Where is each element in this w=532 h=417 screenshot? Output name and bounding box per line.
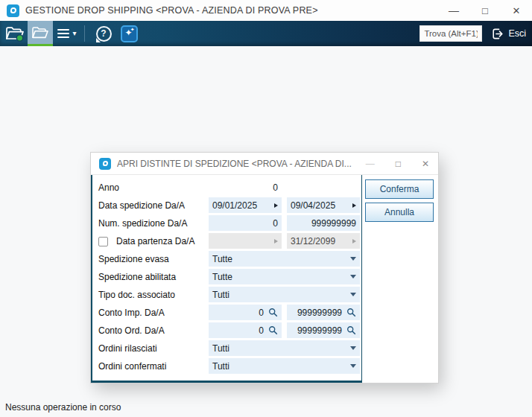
dialog-close-button[interactable]: ✕ bbox=[422, 159, 429, 169]
row-data-spedizione: Data spedizione Da/A 09/01/2025 09/04/20… bbox=[92, 197, 361, 214]
spedizione-evasa-value: Tutte bbox=[212, 254, 232, 264]
conto-ord-label: Conto Ord. Da/A bbox=[98, 325, 165, 336]
data-spedizione-from-field[interactable]: 09/01/2025 bbox=[209, 197, 282, 213]
spedizione-abilitata-label: Spedizione abilitata bbox=[98, 272, 176, 282]
sparkle-small: ✦ bbox=[130, 27, 135, 32]
dialog-logo-icon bbox=[99, 158, 111, 170]
dialog-title: APRI DISTINTE DI SPEDIZIONE <PROVA - AZI… bbox=[117, 159, 366, 169]
status-text: Nessuna operazione in corso bbox=[5, 402, 121, 413]
magnifier-icon[interactable] bbox=[268, 325, 278, 335]
close-button[interactable]: ✕ bbox=[501, 0, 532, 21]
data-spedizione-to-value: 09/04/2025 bbox=[291, 200, 335, 211]
anno-value: 0 bbox=[273, 182, 278, 193]
app-logo-icon bbox=[7, 4, 19, 17]
dropdown-caret-icon bbox=[350, 257, 356, 261]
conto-imp-from-field[interactable]: 0 bbox=[209, 305, 282, 320]
conto-ord-from-value: 0 bbox=[259, 325, 264, 336]
data-spedizione-from-value: 09/01/2025 bbox=[212, 200, 257, 211]
conto-imp-from-value: 0 bbox=[259, 308, 264, 318]
find-input[interactable] bbox=[419, 25, 482, 42]
minimize-button[interactable]: — bbox=[438, 0, 469, 21]
row-tipo-doc: Tipo doc. associato Tutti bbox=[92, 286, 361, 304]
data-partenza-checkbox[interactable] bbox=[98, 237, 108, 246]
ai-assistant-button[interactable]: ✦ ✦ bbox=[116, 21, 142, 46]
spedizione-evasa-dropdown[interactable]: Tutte bbox=[209, 251, 360, 267]
balloon-tail bbox=[96, 38, 101, 42]
calendar-arrow-icon bbox=[352, 239, 356, 243]
num-spedizione-label: Num. spedizione Da/A bbox=[98, 218, 187, 229]
row-conto-ord: Conto Ord. Da/A 0 999999999 bbox=[92, 322, 361, 340]
tipo-doc-dropdown[interactable]: Tutti bbox=[209, 287, 360, 302]
help-glyph: ? bbox=[101, 28, 106, 39]
sparkle-icon: ✦ ✦ bbox=[121, 25, 138, 42]
cancel-button[interactable]: Annulla bbox=[365, 203, 434, 222]
exit-icon bbox=[490, 27, 504, 41]
ordini-rilasciati-value: Tutti bbox=[212, 343, 229, 354]
spedizione-abilitata-dropdown[interactable]: Tutte bbox=[209, 269, 360, 284]
dialog-button-panel: Conferma Annulla bbox=[362, 175, 438, 383]
anno-field[interactable]: 0 bbox=[209, 179, 282, 195]
main-menu-button[interactable]: ▾ bbox=[53, 21, 81, 46]
num-spedizione-from-field[interactable]: 0 bbox=[209, 215, 282, 231]
exit-button[interactable]: Esci bbox=[490, 27, 526, 41]
exit-label: Esci bbox=[508, 28, 526, 39]
conto-ord-from-field[interactable]: 0 bbox=[209, 322, 282, 338]
conto-ord-to-field[interactable]: 999999999 bbox=[287, 322, 360, 338]
calendar-arrow-icon[interactable] bbox=[352, 203, 356, 208]
open-list-button-selected[interactable] bbox=[28, 21, 53, 46]
conto-imp-to-field[interactable]: 999999999 bbox=[287, 305, 360, 320]
data-spedizione-to-field[interactable]: 09/04/2025 bbox=[287, 197, 360, 213]
conto-imp-label: Conto Imp. Da/A bbox=[98, 308, 165, 318]
dialog-maximize-button[interactable]: □ bbox=[396, 159, 401, 169]
main-toolbar: ▾ ? ✦ ✦ Esci bbox=[0, 21, 532, 46]
folder-icon bbox=[31, 25, 49, 40]
dropdown-caret-icon bbox=[350, 293, 356, 296]
spedizione-evasa-label: Spedizione evasa bbox=[98, 254, 169, 264]
hamburger-icon bbox=[57, 29, 69, 38]
toolbar-right-group: Esci bbox=[419, 25, 526, 42]
row-ordini-rilasciati: Ordini rilasciati Tutti bbox=[92, 340, 361, 357]
folder-open-icon bbox=[5, 25, 25, 42]
dropdown-caret-icon bbox=[350, 346, 356, 350]
window-controls: — □ ✕ bbox=[438, 0, 532, 21]
data-spedizione-label: Data spedizione Da/A bbox=[98, 200, 185, 211]
app-logo-ring bbox=[10, 7, 16, 13]
row-num-spedizione: Num. spedizione Da/A 0 999999999 bbox=[92, 214, 361, 232]
tipo-doc-label: Tipo doc. associato bbox=[98, 290, 175, 300]
ordini-rilasciati-label: Ordini rilasciati bbox=[98, 343, 157, 354]
ordini-rilasciati-dropdown[interactable]: Tutti bbox=[209, 340, 360, 356]
conto-ord-to-value: 999999999 bbox=[297, 325, 342, 336]
row-conto-imp: Conto Imp. Da/A 0 999999999 bbox=[92, 304, 361, 322]
calendar-arrow-icon bbox=[274, 239, 278, 243]
dropdown-caret-icon bbox=[350, 364, 356, 368]
magnifier-icon[interactable] bbox=[346, 308, 356, 317]
num-spedizione-from-value: 0 bbox=[273, 218, 278, 229]
num-spedizione-to-field[interactable]: 999999999 bbox=[287, 215, 360, 231]
data-partenza-to-field[interactable]: 31/12/2099 bbox=[287, 233, 360, 249]
num-spedizione-to-value: 999999999 bbox=[311, 218, 356, 229]
open-shipping-lists-dialog: APRI DISTINTE DI SPEDIZIONE <PROVA - AZI… bbox=[91, 153, 438, 383]
maximize-button[interactable]: □ bbox=[469, 0, 501, 21]
ordini-confermati-dropdown[interactable]: Tutti bbox=[209, 358, 360, 374]
dropdown-caret-icon bbox=[350, 275, 356, 278]
magnifier-icon[interactable] bbox=[346, 325, 356, 335]
data-partenza-from-field[interactable] bbox=[209, 233, 282, 249]
app-window: { "colors": { "accent_blue": "#1d9ad7", … bbox=[0, 0, 532, 417]
row-spedizione-abilitata: Spedizione abilitata Tutte bbox=[92, 268, 361, 286]
filter-form: Anno 0 Data spedizione Da/A 09/01/2025 0… bbox=[91, 175, 362, 383]
dialog-logo-ring bbox=[102, 161, 108, 166]
calendar-arrow-icon[interactable] bbox=[274, 203, 278, 208]
open-archive-button[interactable] bbox=[2, 21, 28, 46]
window-title: GESTIONE DROP SHIPPING <PROVA - AZIENDA … bbox=[25, 5, 318, 16]
magnifier-icon[interactable] bbox=[268, 308, 278, 317]
chevron-down-icon: ▾ bbox=[72, 30, 76, 37]
anno-label: Anno bbox=[98, 182, 119, 193]
dialog-minimize-button[interactable]: — bbox=[366, 159, 375, 169]
help-button[interactable]: ? bbox=[91, 21, 116, 46]
confirm-button[interactable]: Conferma bbox=[365, 179, 434, 199]
row-data-partenza: Data partenza Da/A 31/12/2099 bbox=[92, 232, 361, 250]
dialog-body: Anno 0 Data spedizione Da/A 09/01/2025 0… bbox=[91, 175, 438, 383]
tipo-doc-value: Tutti bbox=[212, 290, 229, 300]
ordini-confermati-label: Ordini confermati bbox=[98, 361, 166, 372]
data-partenza-label: Data partenza Da/A bbox=[116, 236, 194, 246]
